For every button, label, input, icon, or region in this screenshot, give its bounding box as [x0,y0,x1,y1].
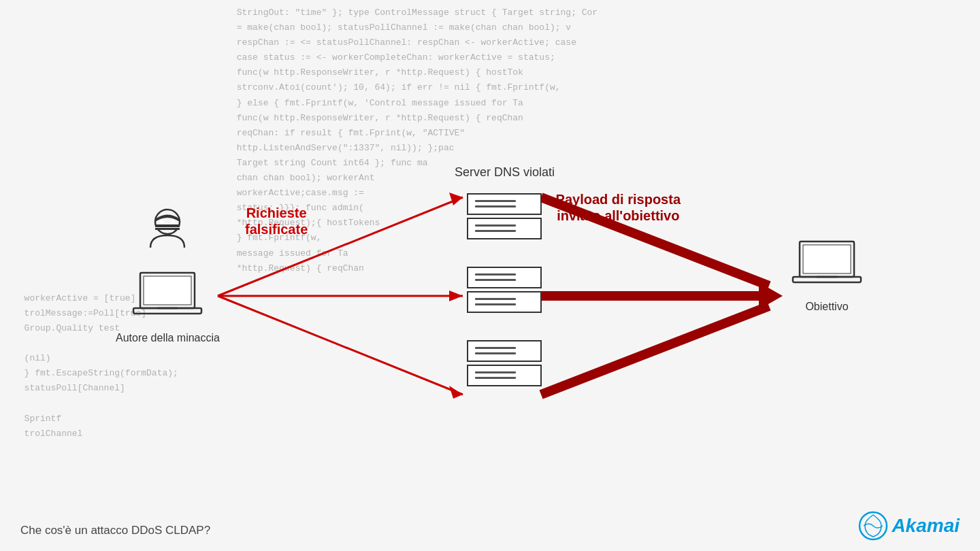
right-label-line1: Payload di risposta [556,191,681,207]
dns-section: Server DNS violati [455,165,555,386]
svg-point-12 [171,220,175,224]
server-unit-1a [467,193,542,215]
target-laptop-icon [789,238,864,293]
attacker-section: Autore della minaccia [116,207,220,344]
svg-point-10 [155,210,180,234]
svg-line-8 [541,306,769,395]
laptop-icon [130,269,205,324]
diagram: Autore della minaccia Richieste falsific… [116,71,864,480]
dns-servers-title: Server DNS violati [455,165,555,180]
server-unit-3a [467,340,542,362]
diagram-container: Autore della minaccia Richieste falsific… [0,0,980,551]
server-unit-1b [467,218,542,239]
left-label-line2: falsificate [245,221,308,237]
server-stack-2 [467,267,542,313]
server-unit-2b [467,291,542,313]
svg-point-11 [160,220,164,224]
server-stack-3 [467,340,542,386]
server-unit-2a [467,267,542,288]
attacker-label: Autore della minaccia [116,332,220,344]
akamai-circle-icon [858,511,888,541]
server-stack-1 [467,193,542,239]
hacker-icon [144,207,191,261]
svg-rect-17 [144,276,191,305]
target-label: Obiettivo [805,301,848,313]
akamai-brand-name: Akamai [892,515,960,537]
server-unit-3b [467,365,542,386]
target-section: Obiettivo [789,238,864,313]
svg-rect-14 [155,227,180,228]
svg-rect-21 [803,245,851,273]
right-arrow-label: Payload di risposta inviato all'obiettiv… [556,191,681,224]
bottom-question: Che cos'è un attacco DDoS CLDAP? [20,524,210,537]
right-label-line2: inviato all'obiettivo [556,207,681,224]
left-arrow-label: Richieste falsificate [245,205,308,237]
svg-marker-5 [449,386,463,399]
servers-group [467,193,542,386]
akamai-logo: Akamai [858,511,960,541]
svg-marker-9 [759,282,783,310]
svg-line-4 [218,296,463,395]
left-label-line1: Richieste [245,205,308,221]
